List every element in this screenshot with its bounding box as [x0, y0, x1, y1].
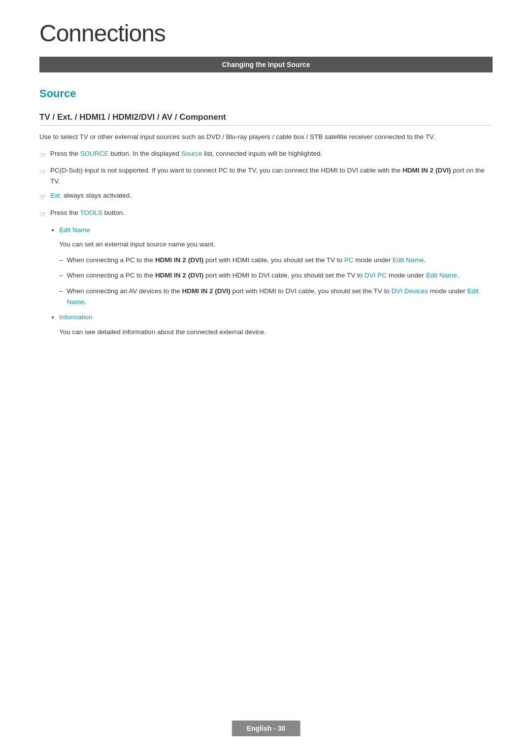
- subsection-title: TV / Ext. / HDMI1 / HDMI2/DVI / AV / Com…: [39, 112, 493, 126]
- hdmi-bold-1: HDMI IN 2 (DVI): [402, 167, 451, 174]
- bullet-item-information: Information: [59, 312, 493, 323]
- note-text-1: Press the SOURCE button. In the displaye…: [50, 148, 493, 159]
- note-text-4: Press the TOOLS button.: [50, 207, 493, 218]
- note-icon-2: ☞: [39, 166, 46, 178]
- dash-item-1: – When connecting a PC to the HDMI IN 2 …: [59, 255, 493, 266]
- note-icon-4: ☞: [39, 208, 46, 221]
- source-link-2: Source: [181, 150, 202, 157]
- source-link-1: SOURCE: [80, 150, 109, 157]
- dvi-devices-link: DVI Devices: [392, 287, 428, 295]
- bullet-list: Edit Name: [59, 225, 493, 236]
- page-title: Connections: [39, 20, 493, 47]
- note-item-2: ☞ PC(D-Sub) input is not supported. If y…: [39, 165, 493, 186]
- dash-content-3: When connecting an AV devices to the HDM…: [67, 286, 493, 307]
- tools-link: TOOLS: [80, 209, 103, 216]
- ext-link: Ext.: [50, 192, 62, 199]
- dash-content-2: When connecting a PC to the HDMI IN 2 (D…: [67, 270, 493, 281]
- note-icon-3: ☞: [39, 191, 46, 204]
- note-item-3: ☞ Ext. always stays activated.: [39, 190, 493, 204]
- bullet-item-edit-name: Edit Name: [59, 225, 493, 236]
- note-item-4: ☞ Press the TOOLS button.: [39, 207, 493, 221]
- note-text-2: PC(D-Sub) input is not supported. If you…: [50, 165, 493, 186]
- hdmi-bold-3: HDMI IN 2 (DVI): [155, 272, 203, 279]
- dash-symbol-1: –: [59, 255, 63, 266]
- dash-item-3: – When connecting an AV devices to the H…: [59, 286, 493, 307]
- section-header: Changing the Input Source: [39, 57, 493, 72]
- pc-link: PC: [344, 256, 354, 264]
- note-item-1: ☞ Press the SOURCE button. In the displa…: [39, 148, 493, 162]
- edit-name-description: You can set an external input source nam…: [59, 239, 493, 250]
- dash-content-1: When connecting a PC to the HDMI IN 2 (D…: [67, 255, 493, 266]
- dash-symbol-2: –: [59, 270, 63, 281]
- information-description: You can see detailed information about t…: [59, 327, 493, 338]
- dash-item-2: – When connecting a PC to the HDMI IN 2 …: [59, 270, 493, 281]
- hdmi-bold-4: HDMI IN 2 (DVI): [182, 287, 230, 295]
- edit-name-link-1: Edit Name: [393, 256, 424, 264]
- bullet-list-2: Information: [59, 312, 493, 323]
- note-icon-1: ☞: [39, 149, 46, 162]
- source-heading: Source: [39, 87, 493, 100]
- dash-symbol-3: –: [59, 286, 63, 297]
- note-text-3: Ext. always stays activated.: [50, 190, 493, 201]
- description-text: Use to select TV or other external input…: [39, 132, 493, 142]
- information-label: Information: [59, 313, 93, 321]
- page-container: Connections Changing the Input Source So…: [0, 0, 532, 381]
- edit-name-label: Edit Name: [59, 226, 90, 234]
- footer-label: English - 30: [232, 721, 300, 736]
- edit-name-link-2: Edit Name: [426, 272, 457, 279]
- hdmi-bold-2: HDMI IN 2 (DVI): [155, 256, 203, 264]
- dvi-pc-link: DVI PC: [365, 272, 387, 279]
